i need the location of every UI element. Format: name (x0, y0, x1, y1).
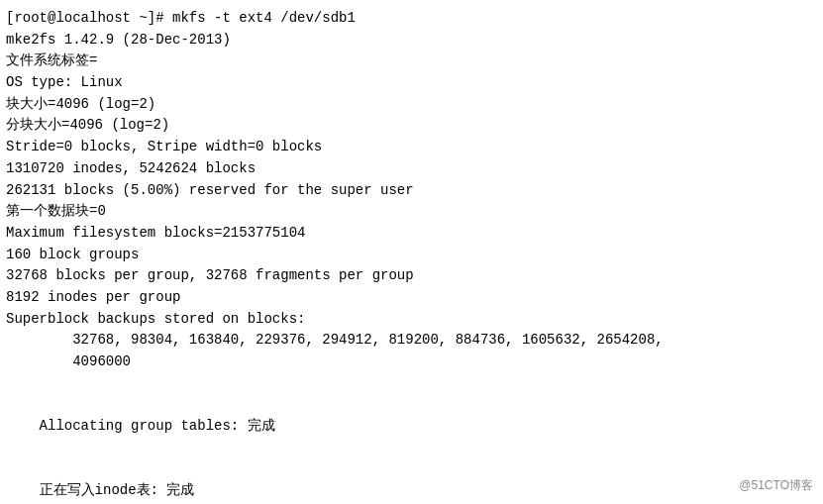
watermark: @51CTO博客 (739, 477, 813, 494)
terminal-line-label: 文件系统标签= (6, 50, 817, 72)
terminal-line-inodes: 1310720 inodes, 5242624 blocks (6, 158, 817, 180)
alloc-done: 完成 (248, 418, 275, 434)
terminal-line-blocksize: 块大小=4096 (log=2) (6, 94, 817, 116)
terminal-line-inodespergroup: 8192 inodes per group (6, 287, 817, 309)
terminal-window: [root@localhost ~]# mkfs -t ext4 /dev/sd… (0, 0, 823, 504)
terminal-line-inode-write: 正在写入inode表: 完成 (6, 458, 817, 504)
terminal-line-cmd: [root@localhost ~]# mkfs -t ext4 /dev/sd… (6, 8, 817, 30)
terminal-line-version: mke2fs 1.42.9 (28-Dec-2013) (6, 30, 817, 51)
terminal-line-alloc: Allocating group tables: 完成 (6, 394, 817, 458)
terminal-line-reserved: 262131 blocks (5.00%) reserved for the s… (6, 180, 817, 202)
terminal-line-backups1: 32768, 98304, 163840, 229376, 294912, 81… (6, 330, 817, 352)
inode-write-label: 正在写入inode表: (40, 482, 167, 498)
terminal-line-os: OS type: Linux (6, 72, 817, 94)
terminal-line-backups2: 4096000 (6, 352, 817, 373)
terminal-line-empty (6, 373, 817, 395)
terminal-line-stride: Stride=0 blocks, Stripe width=0 blocks (6, 137, 817, 158)
terminal-line-blockgroups: 160 block groups (6, 245, 817, 266)
terminal-line-blockspergroup: 32768 blocks per group, 32768 fragments … (6, 265, 817, 287)
terminal-line-fragsize: 分块大小=4096 (log=2) (6, 115, 817, 137)
terminal-line-maxfs: Maximum filesystem blocks=2153775104 (6, 223, 817, 245)
inode-write-done: 完成 (166, 482, 194, 498)
terminal-line-firstblock: 第一个数据块=0 (6, 201, 817, 223)
terminal-line-superblock: Superblock backups stored on blocks: (6, 309, 817, 331)
alloc-label: Allocating group tables: (40, 418, 248, 434)
